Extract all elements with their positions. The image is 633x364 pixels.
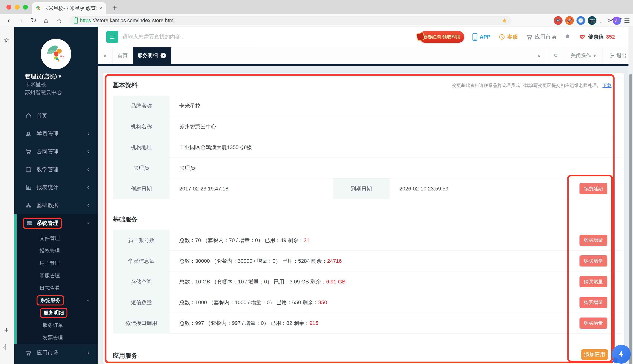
history-sync-extension-icon[interactable]: 🕓 [576,16,585,25]
brand-name: 卡米星校 [25,80,98,88]
buy-button-cell: 购买增量 [565,230,622,250]
download-link[interactable]: 下载 [602,83,611,88]
tab-close-icon[interactable]: × [99,5,103,12]
buy-increment-button[interactable]: 购买增量 [579,235,607,246]
chat-support-fab[interactable] [612,345,631,364]
user-role-dropdown[interactable]: 管理员(店长) ▾ [25,72,98,80]
sidebar-item-teaching[interactable]: 教学管理 [14,160,98,178]
game-extension-icon[interactable]: 🎮 [554,16,562,25]
buy-increment-button[interactable]: 购买增量 [579,276,607,287]
download-icon[interactable]: ↓ [596,14,606,27]
svg-text:Bee: Bee [60,55,65,58]
service-remaining-value: 21 [304,237,309,243]
org-avatar[interactable]: Bee [41,39,71,69]
address-bar[interactable]: https ://store.kamios.com/index-store.ht… [69,16,512,25]
rail-add-icon[interactable]: + [4,326,9,334]
add-app-button[interactable]: 添加应用 [581,349,608,360]
buy-increment-button[interactable]: 购买增量 [579,297,607,308]
tabs-scroll-right-button[interactable]: » [531,47,547,64]
sidebar-item-invoice-management[interactable]: 发票管理 [14,332,98,344]
tab-close-icon[interactable]: × [161,53,166,58]
close-operations-label: 关闭操作 [571,52,591,59]
logout-label: 退出 [616,52,626,59]
chevron-left-icon [86,131,91,136]
bookmark-filled-icon[interactable]: ★ [502,17,507,24]
browser-menu-icon[interactable]: ☰ [622,14,632,27]
close-operations-dropdown[interactable]: 关闭操作▾ [564,47,602,64]
sidebar-item-service-management[interactable]: 客服管理 [14,269,98,282]
app-sidebar: Bee 管理员(店长) ▾ 卡米星校 苏州智慧云中心 首页 学员管理 合同管理 … [14,27,98,364]
window-close-button[interactable] [7,5,11,10]
app-download-link[interactable]: APP [472,33,491,41]
renew-extend-button[interactable]: 续费延期 [579,183,607,194]
forward-button[interactable]: › [16,14,26,27]
system-management-section: 系统管理 文件管理 授权管理 用户管理 客服管理 日志查看 系统服务 服务明细 … [14,214,98,344]
ai-assistant-icon[interactable]: AI [613,16,621,25]
section-title-basic-services: 基础服务 [113,215,138,224]
sidebar-item-system-management[interactable]: 系统管理 [14,214,98,232]
reload-button[interactable]: ↻ [28,14,39,27]
window-minimize-button[interactable] [15,5,20,10]
notification-bell-icon[interactable] [564,34,571,40]
created-date-value: 2017-02-23 19:47:18 [170,178,333,199]
section-title-basic-info: 基本资料 [113,81,138,90]
sidebar-item-file-management[interactable]: 文件管理 [14,232,98,244]
sidebar-item-app-market[interactable]: 应用市场 [14,344,98,362]
sidebar-item-home[interactable]: 首页 [14,107,98,125]
ssl-lock-icon [74,19,78,24]
sidebar-item-authorization[interactable]: 授权管理 [14,244,98,257]
url-text: ://store.kamios.com/index-store.html [93,18,175,24]
sidebar-item-base-data[interactable]: 基础数据 [14,196,98,214]
sidebar-item-system-service[interactable]: 系统服务 [14,294,98,306]
sidebar-item-service-detail[interactable]: 服务明细 [14,306,98,319]
sidebar-toggle-button[interactable]: ☰ [106,31,118,43]
service-remaining-value: 915 [309,320,319,326]
sidebar-item-reports[interactable]: 报表统计 [14,178,98,196]
home-button[interactable]: ⌂ [41,14,51,27]
browser-tab[interactable]: 卡米星校-卡米星校 教育培训机 × [32,2,106,14]
user-role-label: 管理员(店长) [25,73,57,80]
table-row: 管理员 管理员 [113,158,622,178]
cart-icon [25,148,32,155]
health-score[interactable]: 健康值352 [579,33,615,40]
back-button[interactable]: ‹ [4,14,14,27]
tab-service-detail[interactable]: 服务明细 × [133,47,171,64]
bookmark-star-button[interactable]: ☆ [54,14,65,27]
annotation-box-system-service: 系统服务 [37,295,64,306]
service-detail-text: 总数：70 （套餐内：70 / 增量：0） 已用：49 剩余： [179,237,304,244]
refresh-tab-button[interactable]: ↻ [547,47,564,64]
service-detail-text: 总数：1000 （套餐内：1000 / 增量：0） 已用：650 剩余： [179,299,319,306]
app-market-link[interactable]: 应用市场 [526,33,556,40]
page-scrollbar-thumb[interactable] [629,74,632,364]
phone-icon [472,33,477,41]
service-label: 客服 [507,33,518,40]
chevron-down-icon [86,298,91,303]
sidebar-item-students[interactable]: 学员管理 [14,125,98,143]
submenu-label: 服务订单 [43,322,63,328]
sidebar-item-user-management[interactable]: 用户管理 [14,257,98,269]
camera-extension-icon[interactable]: 📷 [588,16,596,25]
logout-icon [609,53,614,58]
renew-button-cell: 续费延期 [565,178,622,199]
rail-collapse-icon[interactable]: ‹| [3,343,5,350]
rocket-extension-icon[interactable]: 🚀 [565,16,574,25]
service-label: 学员信息量 [113,251,170,271]
window-zoom-button[interactable] [23,5,28,10]
new-tab-button[interactable]: + [112,3,117,12]
sidebar-item-label: 学员管理 [37,130,58,138]
buy-increment-button[interactable]: 购买增量 [579,256,607,266]
site-favicon-icon [36,6,41,11]
page-scrollbar-track[interactable] [628,27,633,364]
promo-banner[interactable]: 新春红包 领取即用 [419,31,464,43]
sidebar-item-log-view[interactable]: 日志查看 [14,282,98,294]
sidebar-item-service-orders[interactable]: 服务订单 [14,319,98,332]
global-search-input[interactable] [122,32,257,42]
buy-increment-button[interactable]: 购买增量 [579,318,607,328]
hint-text: 变更基础资料请联系品牌管理员或下载填写变更函提交相应运维老师处理。 [452,83,601,88]
sidebar-item-contracts[interactable]: 合同管理 [14,143,98,160]
customer-service-link[interactable]: 客服 [499,33,518,40]
rail-bookmarks-icon[interactable]: ☆ [4,36,10,44]
tabs-scroll-left-button[interactable]: « [98,47,113,64]
tab-home[interactable]: 首页 [113,47,133,64]
row-label: 机构名称 [113,116,170,137]
